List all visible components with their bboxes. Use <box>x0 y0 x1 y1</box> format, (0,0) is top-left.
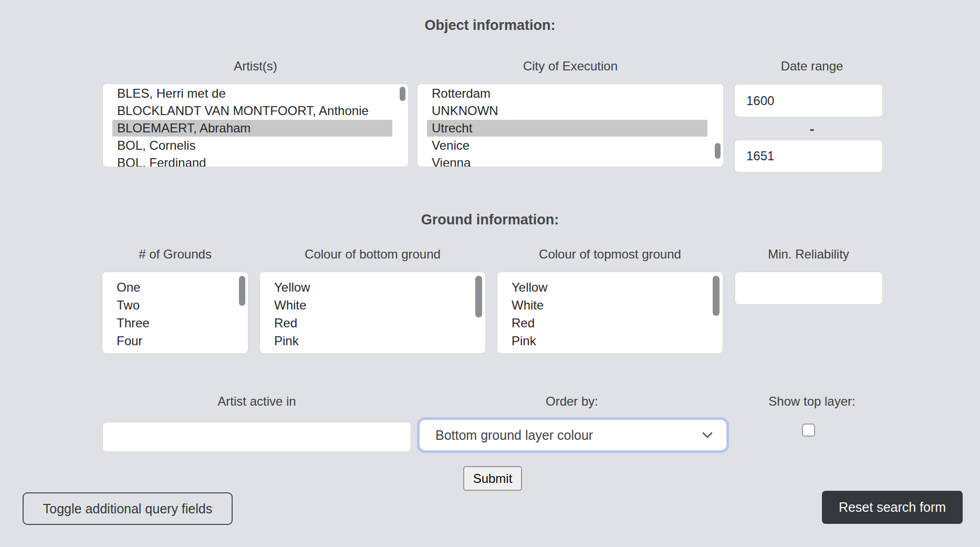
topmost-colour-option[interactable]: Yellow <box>507 278 707 296</box>
artist-option[interactable]: BLOCKLANDT VAN MONTFOORT, Anthonie <box>112 102 392 119</box>
topmost-colour-option[interactable]: White <box>507 296 707 314</box>
city-option[interactable]: UNKNOWN <box>427 102 707 119</box>
show-top-layer-label: Show top layer: <box>734 394 890 409</box>
city-of-execution-label: City of Execution <box>417 59 724 74</box>
city-listbox[interactable]: Rotterdam UNKNOWN Utrecht Venice Vienna <box>417 84 724 167</box>
topmost-colour-option[interactable]: Orange <box>507 350 707 354</box>
chevron-down-icon <box>701 431 714 439</box>
bottom-colour-option[interactable]: Orange <box>269 350 470 354</box>
bottom-colour-option[interactable]: Pink <box>269 332 470 349</box>
date-to-input[interactable] <box>734 140 883 172</box>
submit-button[interactable]: Submit <box>463 466 522 491</box>
order-by-select[interactable]: Bottom ground layer colour <box>420 420 726 450</box>
artists-label: Artist(s) <box>102 59 409 74</box>
bottom-colour-option[interactable]: Red <box>269 314 470 332</box>
num-grounds-option[interactable]: Five <box>112 350 232 354</box>
city-option-selected[interactable]: Utrecht <box>427 120 707 137</box>
order-by-selected-value: Bottom ground layer colour <box>435 428 701 443</box>
city-scrollbar-thumb[interactable] <box>715 143 721 159</box>
artists-listbox[interactable]: BLES, Herri met de BLOCKLANDT VAN MONTFO… <box>102 84 409 167</box>
topmost-ground-colour-label: Colour of topmost ground <box>497 247 723 262</box>
num-grounds-option[interactable]: One <box>112 278 232 296</box>
topmost-colour-scrollbar-thumb[interactable] <box>713 276 720 316</box>
bottom-colour-option[interactable]: White <box>269 296 470 314</box>
topmost-colour-option[interactable]: Pink <box>507 332 707 349</box>
topmost-colour-option[interactable]: Red <box>507 314 707 332</box>
num-grounds-option[interactable]: Two <box>112 296 232 314</box>
city-option[interactable]: Rotterdam <box>427 85 707 102</box>
artist-option[interactable]: BOL, Ferdinand <box>112 154 392 167</box>
artist-active-in-label: Artist active in <box>102 394 411 409</box>
search-form-page: Object information: Artist(s) City of Ex… <box>0 0 980 547</box>
bottom-colour-scrollbar-thumb[interactable] <box>475 276 482 317</box>
bottom-ground-colour-listbox[interactable]: Yellow White Red Pink Orange <box>259 272 486 354</box>
artist-active-in-input[interactable] <box>102 422 411 452</box>
artist-option-selected[interactable]: BLOEMAERT, Abraham <box>112 120 392 137</box>
reset-search-form-button[interactable]: Reset search form <box>822 491 963 524</box>
artists-scrollbar-thumb[interactable] <box>400 87 405 101</box>
object-information-heading: Object information: <box>0 17 980 34</box>
city-option[interactable]: Vienna <box>427 154 707 167</box>
num-grounds-option[interactable]: Four <box>112 332 232 349</box>
num-grounds-label: # of Grounds <box>102 247 248 262</box>
min-reliability-label: Min. Reliability <box>734 247 883 262</box>
bottom-ground-colour-label: Colour of bottom ground <box>259 247 486 262</box>
date-range-separator: - <box>734 121 890 137</box>
min-reliability-input[interactable] <box>735 272 883 305</box>
date-from-input[interactable] <box>734 84 883 117</box>
bottom-colour-option[interactable]: Yellow <box>269 278 470 296</box>
topmost-ground-colour-listbox[interactable]: Yellow White Red Pink Orange <box>497 272 723 354</box>
toggle-additional-query-fields-button[interactable]: Toggle additional query fields <box>23 492 233 525</box>
artist-option[interactable]: BLES, Herri met de <box>112 85 392 102</box>
num-grounds-option[interactable]: Three <box>112 314 232 332</box>
num-grounds-listbox[interactable]: One Two Three Four Five <box>102 272 248 354</box>
num-grounds-scrollbar-thumb[interactable] <box>239 276 245 306</box>
city-option[interactable]: Venice <box>427 137 707 154</box>
date-range-label: Date range <box>734 59 890 74</box>
ground-information-heading: Ground information: <box>0 212 980 228</box>
show-top-layer-checkbox[interactable] <box>802 424 815 437</box>
order-by-label: Order by: <box>417 394 727 409</box>
artist-option[interactable]: BOL, Cornelis <box>112 137 392 154</box>
